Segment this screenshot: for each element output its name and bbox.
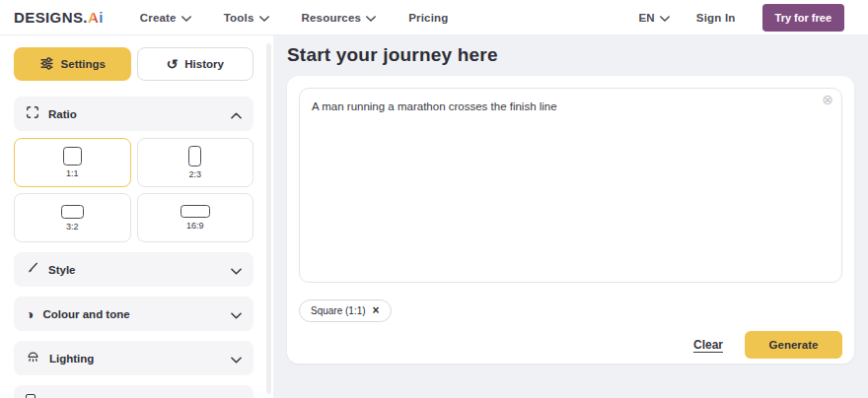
contrast-icon: ◑ (26, 307, 34, 321)
page-title: Start your journey here (287, 44, 498, 66)
ratio-option-label: 3:2 (66, 222, 79, 232)
logo-letter-i: i (99, 9, 104, 26)
accordion-label: Style (48, 264, 222, 276)
ratio-option-16-9[interactable]: 16:9 (137, 193, 254, 242)
designs-ai-logo[interactable]: DESIGNS.Ai (14, 9, 104, 26)
square-shape-icon (63, 147, 82, 166)
sliders-icon (39, 56, 54, 73)
clear-link[interactable]: Clear (693, 338, 723, 352)
brush-icon (26, 261, 39, 279)
menu-item-label: Resources (302, 12, 362, 24)
tab-settings[interactable]: Settings (14, 47, 131, 81)
accordion-lighting[interactable]: Lighting (14, 341, 253, 375)
tab-history[interactable]: ↺ History (137, 47, 254, 81)
prompt-input[interactable]: A man running a marathon crosses the fin… (299, 88, 842, 283)
partial-accordion-icon (26, 394, 36, 398)
accordion-style[interactable]: Style (14, 252, 253, 287)
language-label: EN (638, 12, 654, 24)
ratio-option-label: 2:3 (188, 169, 201, 179)
sign-in-label: Sign In (696, 12, 736, 24)
clear-prompt-icon[interactable]: ⊗ (822, 93, 833, 106)
sidebar-tabs: Settings ↺ History (14, 47, 253, 81)
chevron-down-icon (231, 261, 242, 279)
logo-text: DESIGNS. (14, 9, 88, 26)
ratio-option-label: 16:9 (186, 221, 204, 231)
wide-shape-icon (181, 205, 210, 218)
menu-item-label: Create (140, 12, 177, 24)
menu-item-label: Pricing (408, 12, 448, 24)
chevron-down-icon (660, 12, 670, 24)
accordion-partial-cutoff[interactable] (14, 385, 253, 398)
menu-item-resources[interactable]: Resources (302, 12, 377, 24)
chevron-up-icon (231, 105, 242, 123)
menu-item-pricing[interactable]: Pricing (408, 12, 448, 24)
main-content: Start your journey here A man running a … (273, 35, 868, 398)
top-navbar: DESIGNS.Ai Create Tools Resources Pricin… (0, 0, 868, 35)
ratio-tag: Square (1:1) × (299, 299, 392, 322)
chevron-down-icon (259, 12, 269, 24)
chevron-down-icon (181, 12, 191, 24)
ratio-option-3-2[interactable]: 3:2 (14, 193, 131, 242)
language-selector[interactable]: EN (638, 12, 669, 24)
remove-tag-icon[interactable]: × (373, 306, 380, 316)
ratio-option-1-1[interactable]: 1:1 (14, 138, 131, 187)
prompt-card: A man running a marathon crosses the fin… (287, 76, 854, 364)
ratio-option-label: 1:1 (66, 168, 79, 178)
chevron-down-icon (231, 350, 242, 367)
accordion-colour-and-tone[interactable]: ◑ Colour and tone (14, 297, 253, 331)
accordion-label: Ratio (48, 108, 222, 120)
tab-label: Settings (61, 58, 106, 70)
try-for-free-button[interactable]: Try for free (762, 4, 844, 32)
logo-letter-a: A (88, 9, 99, 26)
lamp-icon (26, 349, 40, 367)
sidebar-scrollbar[interactable] (266, 43, 271, 394)
card-footer: Clear Generate (299, 331, 842, 359)
main-menu: Create Tools Resources Pricing (140, 12, 449, 24)
accordion-ratio[interactable]: Ratio (14, 97, 253, 131)
sign-in-link[interactable]: Sign In (696, 12, 736, 24)
menu-item-create[interactable]: Create (140, 12, 191, 24)
tab-label: History (184, 58, 224, 70)
menu-item-tools[interactable]: Tools (224, 12, 269, 24)
generate-button[interactable]: Generate (745, 331, 842, 359)
chevron-down-icon (231, 305, 242, 323)
settings-sidebar: Settings ↺ History Ratio 1:1 2:3 (0, 35, 273, 398)
navbar-right: EN Sign In Try for free (638, 4, 844, 32)
chevron-down-icon (366, 12, 376, 24)
landscape-shape-icon (61, 205, 84, 219)
accordion-label: Colour and tone (42, 308, 222, 320)
ratio-tag-label: Square (1:1) (311, 305, 366, 316)
ratio-options: 1:1 2:3 3:2 16:9 (14, 138, 253, 242)
prompt-area: A man running a marathon crosses the fin… (299, 88, 842, 287)
ratio-corners-icon (26, 105, 39, 123)
ratio-option-2-3[interactable]: 2:3 (137, 138, 254, 187)
accordion-label: Lighting (49, 353, 222, 365)
portrait-shape-icon (188, 146, 201, 166)
history-icon: ↺ (167, 57, 179, 71)
menu-item-label: Tools (224, 12, 254, 24)
